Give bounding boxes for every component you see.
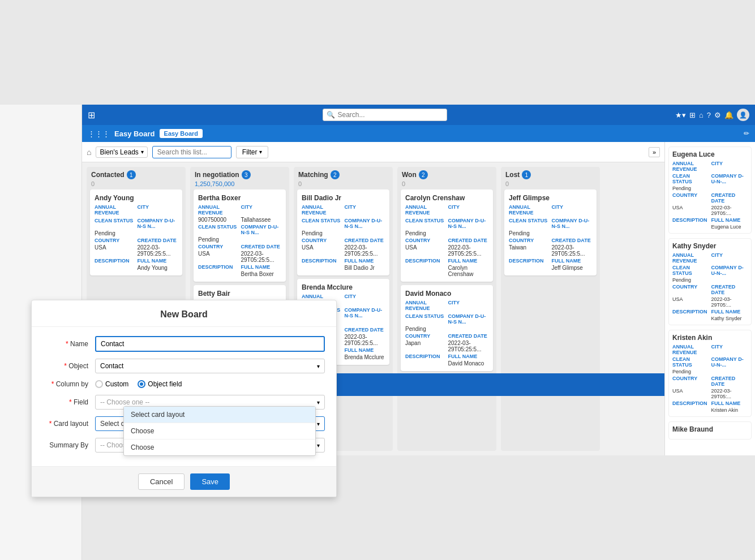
card-bertha-boxer[interactable]: Bertha Boxer ANNUAL REVENUE CITY 9007500… — [194, 189, 286, 282]
cards-won: Carolyn Crenshaw ANNUAL REVENUE CITY CLE… — [397, 189, 496, 451]
form-row-name: * Name — [43, 336, 325, 352]
description-value — [95, 265, 135, 271]
col-badge-negotiation: 3 — [242, 170, 251, 179]
kanban-column-lost: Lost 1 0 Jeff Glimpse ANNUAL REVENUE CIT… — [501, 167, 600, 451]
description-label: DESCRIPTION — [95, 258, 135, 264]
col-title-contacted: Contacted — [91, 171, 125, 179]
col-title-won: Won — [402, 171, 417, 179]
right-card-name: Kristen Akin — [672, 334, 748, 342]
clean-status-label: CLEAN STATUS — [95, 218, 135, 229]
grid-menu-icon[interactable]: ⋮⋮⋮ — [88, 130, 110, 138]
full-name-label: FULL NAME — [138, 258, 178, 264]
filter-dropdown-icon: ▾ — [259, 149, 262, 155]
notification-icon[interactable]: 🔔 — [724, 111, 733, 119]
form-label-summary-by: Summary By — [43, 441, 88, 449]
breadcrumb-bar: ⋮⋮⋮ Easy Board Easy Board ✏ — [82, 125, 755, 142]
col-badge-matching: 2 — [331, 170, 340, 179]
col-amount-won: 0 — [402, 180, 492, 187]
right-card-eugena-luce[interactable]: Eugena Luce ANNUAL REVENUE CITY CLEAN ST… — [668, 147, 752, 234]
expand-button[interactable]: » — [649, 147, 660, 157]
search-list-input[interactable] — [152, 146, 231, 158]
column-by-radio-group: Custom Object field — [95, 380, 325, 388]
chevron-down-icon: ▾ — [317, 421, 320, 427]
required-star-column: * — [52, 380, 54, 388]
col-title-lost: Lost — [505, 171, 520, 179]
country-label: COUNTRY — [95, 238, 135, 243]
created-date-label: CREATED DATE — [138, 238, 178, 243]
created-date-value: 2022-03-29T05:25:5... — [138, 244, 178, 257]
annual-revenue-label: ANNUAL REVENUE — [95, 204, 135, 216]
chevron-down-icon: ▾ — [317, 399, 320, 406]
card-name: Betty Bair — [198, 290, 281, 298]
dropdown-item-choose-2[interactable]: Choose — [124, 440, 315, 455]
filter-label: Filter — [242, 148, 258, 156]
card-name: Andy Young — [95, 194, 178, 202]
right-card-mike-braund[interactable]: Mike Braund — [668, 421, 752, 440]
new-board-overlay: New Board * Name * Object Contact ▾ * Co… — [31, 300, 337, 497]
card-bill-dadio[interactable]: Bill Dadio Jr ANNUAL REVENUE CITY CLEAN … — [297, 189, 389, 275]
field-placeholder: -- Choose one -- — [100, 398, 149, 406]
name-input[interactable] — [95, 336, 325, 352]
right-panel: Eugena Luce ANNUAL REVENUE CITY CLEAN ST… — [664, 142, 755, 455]
radio-custom[interactable]: Custom — [95, 380, 128, 388]
form-row-column-by: * Column by Custom Object field — [43, 380, 325, 388]
col-badge-won: 2 — [419, 170, 428, 179]
user-avatar[interactable]: 👤 — [737, 109, 749, 121]
required-star-object: * — [64, 362, 67, 370]
required-star: * — [66, 340, 68, 348]
star-icon[interactable]: ★▾ — [675, 111, 686, 119]
card-david-monaco[interactable]: David Monaco ANNUAL REVENUE CITY CLEAN S… — [401, 285, 493, 371]
cards-lost: Jeff Glimpse ANNUAL REVENUE CITY CLEAN S… — [501, 189, 600, 451]
object-select[interactable]: Contact ▾ — [95, 359, 325, 373]
clean-status-value: Pending — [95, 230, 135, 236]
col-header-lost: Lost 1 0 — [501, 167, 600, 189]
col-badge-contacted: 1 — [127, 170, 136, 179]
form-label-object: * Object — [43, 362, 88, 370]
home-board-icon[interactable]: ⌂ — [87, 148, 91, 157]
radio-object-field[interactable]: Object field — [138, 380, 182, 388]
save-button[interactable]: Save — [190, 473, 230, 490]
right-card-name: Kathy Snyder — [672, 242, 748, 250]
form-label-card-layout: * Card layout — [43, 420, 88, 428]
breadcrumb-tag: Easy Board — [160, 129, 203, 138]
form-label-field: * Field — [43, 398, 88, 406]
filter-button[interactable]: Filter ▾ — [236, 146, 269, 158]
card-carolyn-crenshaw[interactable]: Carolyn Crenshaw ANNUAL REVENUE CITY CLE… — [401, 189, 493, 282]
col-header-matching: Matching 2 0 — [294, 167, 393, 189]
form-label-column-by: * Column by — [43, 380, 88, 388]
home-nav-icon[interactable]: ⌂ — [699, 111, 703, 119]
settings-icon[interactable]: ⚙ — [714, 111, 721, 119]
global-search-input[interactable] — [337, 111, 443, 119]
chevron-down-icon: ▾ — [317, 363, 320, 369]
overlay-title: New Board — [32, 300, 336, 327]
col-header-won: Won 2 0 — [397, 167, 496, 189]
right-card-kristen-akin[interactable]: Kristen Akin ANNUAL REVENUE CITY CLEAN S… — [668, 330, 752, 417]
dropdown-item-choose-1[interactable]: Choose — [124, 423, 315, 440]
help-icon[interactable]: ? — [707, 111, 711, 119]
card-andy-young[interactable]: Andy Young ANNUAL REVENUE CITY CLEAN STA… — [90, 189, 182, 275]
card-jeff-glimpse[interactable]: Jeff Glimpse ANNUAL REVENUE CITY CLEAN S… — [504, 189, 597, 275]
kanban-column-won: Won 2 0 Carolyn Crenshaw ANNUAL REVENUE … — [397, 167, 496, 451]
form-footer: Cancel Save — [32, 466, 336, 497]
app-logo-icon: ⊞ — [88, 110, 95, 120]
right-card-name: Mike Braund — [672, 425, 748, 433]
card-name: Bill Dadio Jr — [302, 194, 385, 202]
edit-board-icon[interactable]: ✏ — [744, 130, 749, 137]
col-header-negotiation: In negotiation 3 1,250,750,000 — [190, 167, 289, 189]
card-name: Bertha Boxer — [198, 194, 281, 202]
breadcrumb-app-name: Easy Board — [114, 130, 155, 138]
grid-apps-icon[interactable]: ⊞ — [689, 111, 696, 119]
col-header-contacted: Contacted 1 0 — [87, 167, 186, 189]
right-card-kathy-snyder[interactable]: Kathy Snyder ANNUAL REVENUE CITY CLEAN S… — [668, 238, 752, 325]
dropdown-item-select-card-layout[interactable]: Select card layout — [124, 407, 315, 423]
chevron-down-icon: ▾ — [141, 149, 144, 155]
company-value — [138, 230, 178, 236]
city-label: CITY — [138, 204, 178, 216]
country-value: USA — [95, 244, 135, 257]
col-amount-contacted: 0 — [91, 180, 181, 187]
cancel-button[interactable]: Cancel — [138, 473, 185, 490]
chevron-down-icon: ▾ — [317, 442, 320, 449]
col-badge-lost: 1 — [522, 170, 531, 179]
required-star-card: * — [49, 420, 52, 428]
board-list-selector[interactable]: Bien's Leads ▾ — [96, 147, 147, 158]
